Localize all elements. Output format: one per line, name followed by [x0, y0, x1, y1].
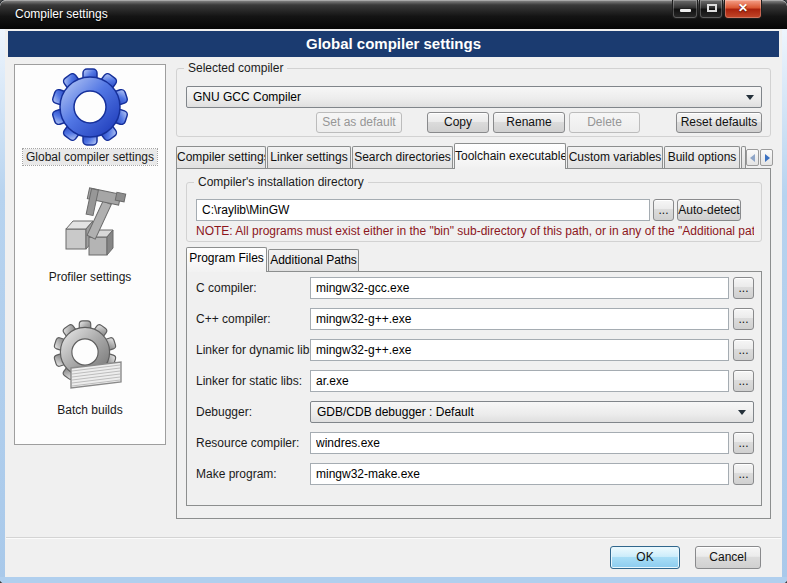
- right-arrow-icon: [765, 154, 770, 162]
- resource-compiler-input[interactable]: [310, 432, 729, 454]
- copy-button[interactable]: Copy: [427, 112, 489, 133]
- cpp-compiler-label: C++ compiler:: [196, 312, 271, 326]
- sidebar-item-label: Batch builds: [54, 402, 125, 418]
- sidebar-item-label: Profiler settings: [46, 269, 135, 285]
- tab-linker-settings[interactable]: Linker settings: [267, 146, 351, 168]
- install-dir-browse-button[interactable]: ...: [653, 199, 674, 221]
- install-dir-input[interactable]: [196, 199, 650, 221]
- gray-gear-papers-icon: [51, 320, 129, 400]
- tab-search-directories[interactable]: Search directories: [352, 146, 453, 168]
- cpp-compiler-browse-button[interactable]: ...: [733, 308, 754, 330]
- dynamic-linker-browse-button[interactable]: ...: [733, 339, 754, 361]
- left-arrow-icon: [750, 154, 755, 162]
- compiler-select[interactable]: GNU GCC Compiler: [186, 86, 762, 108]
- make-program-browse-button[interactable]: ...: [733, 463, 754, 485]
- dynamic-linker-input[interactable]: [310, 339, 729, 361]
- install-dir-note: NOTE: All programs must exist either in …: [196, 224, 754, 238]
- title-bar[interactable]: Compiler settings: [0, 0, 787, 29]
- debugger-label: Debugger:: [196, 405, 252, 419]
- subtab-program-files[interactable]: Program Files: [186, 247, 267, 272]
- delete-button[interactable]: Delete: [569, 112, 640, 133]
- selected-compiler-legend: Selected compiler: [184, 61, 287, 75]
- sidebar-item-label: Global compiler settings: [23, 149, 157, 165]
- subtab-additional-paths[interactable]: Additional Paths: [268, 249, 359, 271]
- compiler-settings-dialog: Compiler settings ✕ Global compiler sett…: [0, 0, 787, 583]
- static-linker-browse-button[interactable]: ...: [733, 370, 754, 392]
- close-icon: ✕: [725, 1, 761, 15]
- debugger-select[interactable]: GDB/CDB debugger : Default: [310, 401, 754, 423]
- resource-compiler-label: Resource compiler:: [196, 436, 299, 450]
- compiler-select-value: GNU GCC Compiler: [193, 87, 301, 107]
- close-button[interactable]: ✕: [724, 0, 762, 19]
- make-program-label: Make program:: [196, 467, 277, 481]
- ok-button[interactable]: OK: [610, 546, 680, 569]
- chevron-down-icon: [738, 410, 746, 415]
- page-title: Global compiler settings: [8, 31, 779, 57]
- debugger-select-value: GDB/CDB debugger : Default: [317, 402, 474, 422]
- chevron-down-icon: [746, 95, 754, 100]
- minimize-button[interactable]: [672, 0, 698, 19]
- settings-sidebar: Global compiler settings Profiler settin…: [14, 64, 166, 445]
- reset-defaults-button[interactable]: Reset defaults: [676, 112, 762, 133]
- tab-build-options[interactable]: Build options: [664, 146, 740, 168]
- c-compiler-label: C compiler:: [196, 281, 257, 295]
- resource-compiler-browse-button[interactable]: ...: [733, 432, 754, 454]
- c-compiler-browse-button[interactable]: ...: [733, 277, 754, 299]
- window-title: Compiler settings: [15, 7, 108, 21]
- install-dir-legend: Compiler's installation directory: [194, 175, 368, 189]
- c-compiler-input[interactable]: [310, 277, 729, 299]
- caliper-icon: [52, 187, 128, 267]
- sidebar-item-global-compiler-settings[interactable]: Global compiler settings: [15, 67, 165, 165]
- footer-separator: [6, 537, 781, 539]
- tab-compiler-settings[interactable]: Compiler settings: [176, 146, 266, 168]
- rename-button[interactable]: Rename: [493, 112, 565, 133]
- cancel-button[interactable]: Cancel: [695, 546, 761, 569]
- tab-toolchain-executables[interactable]: Toolchain executables: [454, 143, 566, 169]
- make-program-input[interactable]: [310, 463, 729, 485]
- static-linker-input[interactable]: [310, 370, 729, 392]
- minimize-icon: [680, 9, 691, 12]
- window-border-left: [0, 29, 5, 583]
- window-border-right: [782, 29, 787, 583]
- tab-custom-variables[interactable]: Custom variables: [567, 146, 663, 168]
- cpp-compiler-input[interactable]: [310, 308, 729, 330]
- tab-scroll-left-button[interactable]: [746, 149, 759, 166]
- dynamic-linker-label: Linker for dynamic libs:: [196, 343, 319, 357]
- maximize-button[interactable]: [699, 0, 723, 19]
- tab-scroll-right-button[interactable]: [760, 149, 773, 166]
- header-banner: Global compiler settings: [8, 31, 779, 57]
- sidebar-item-batch-builds[interactable]: Batch builds: [15, 320, 165, 418]
- maximize-icon: [707, 4, 717, 12]
- sidebar-item-profiler-settings[interactable]: Profiler settings: [15, 187, 165, 285]
- static-linker-label: Linker for static libs:: [196, 374, 302, 388]
- auto-detect-button[interactable]: Auto-detect: [677, 199, 741, 221]
- blue-gear-icon: [50, 67, 130, 147]
- window-border-bottom: [0, 577, 787, 583]
- set-as-default-button[interactable]: Set as default: [316, 112, 402, 133]
